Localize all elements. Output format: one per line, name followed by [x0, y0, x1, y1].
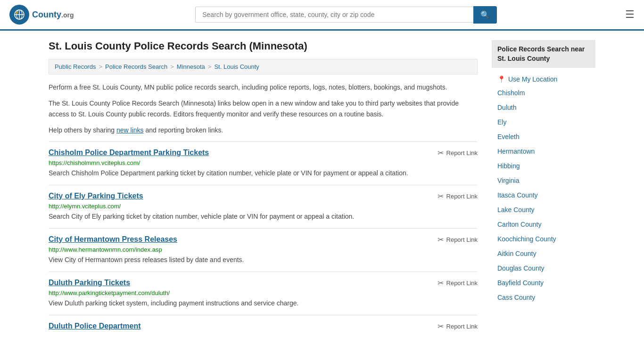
result-header-1: City of Ely Parking Tickets ✂ Report Lin…	[49, 192, 478, 201]
breadcrumb: Public Records > Police Records Search >…	[49, 59, 478, 74]
scissors-icon-2: ✂	[438, 235, 444, 244]
sidebar: Police Records Search near St. Louis Cou…	[492, 40, 595, 339]
result-header-2: City of Hermantown Press Releases ✂ Repo…	[49, 235, 478, 244]
svg-point-5	[16, 12, 18, 14]
sidebar-link-ely[interactable]: Ely	[492, 115, 595, 130]
breadcrumb-police-records[interactable]: Police Records Search	[105, 63, 167, 70]
result-url-3: http://www.parkingticketpayment.com/dulu…	[49, 289, 478, 296]
result-title-1[interactable]: City of Ely Parking Tickets	[49, 192, 438, 200]
report-link-3[interactable]: ✂ Report Link	[438, 279, 478, 288]
sidebar-link-eveleth[interactable]: Eveleth	[492, 130, 595, 144]
result-entry: Duluth Police Department ✂ Report Link	[49, 315, 478, 339]
sidebar-link-hermantown[interactable]: Hermantown	[492, 144, 595, 159]
sidebar-link-aitkin-county[interactable]: Aitkin County	[492, 247, 595, 261]
sidebar-link-virginia[interactable]: Virginia	[492, 173, 595, 188]
report-link-4[interactable]: ✂ Report Link	[438, 322, 478, 331]
description-1: Perform a free St. Louis County, MN publ…	[49, 82, 478, 92]
sidebar-link-itasca-county[interactable]: Itasca County	[492, 188, 595, 203]
result-header-4: Duluth Police Department ✂ Report Link	[49, 322, 478, 331]
result-url-1: http://elymn.vciteplus.com/	[49, 203, 478, 210]
site-header: County.org 🔍 ☰	[0, 0, 644, 31]
description-2: The St. Louis County Police Records Sear…	[49, 98, 478, 119]
result-entry: City of Hermantown Press Releases ✂ Repo…	[49, 228, 478, 272]
search-button[interactable]: 🔍	[473, 6, 497, 24]
result-desc-3: View Duluth parking ticket system, inclu…	[49, 298, 478, 308]
sidebar-link-bayfield-county[interactable]: Bayfield County	[492, 276, 595, 290]
search-bar: 🔍	[195, 6, 497, 24]
description-3: Help others by sharing new links and rep…	[49, 125, 478, 135]
result-desc-0: Search Chisholm Police Department parkin…	[49, 168, 478, 178]
sidebar-link-cass-county[interactable]: Cass County	[492, 290, 595, 305]
result-title-2[interactable]: City of Hermantown Press Releases	[49, 235, 438, 244]
scissors-icon-0: ✂	[438, 148, 444, 157]
breadcrumb-sep-3: >	[208, 63, 212, 70]
logo: County.org	[9, 5, 74, 25]
result-desc-1: Search City of Ely parking ticket by cit…	[49, 212, 478, 222]
sidebar-link-koochiching-county[interactable]: Koochiching County	[492, 232, 595, 247]
result-url-2: http://www.hermantownmn.com/index.asp	[49, 246, 478, 253]
breadcrumb-minnesota[interactable]: Minnesota	[177, 63, 205, 70]
result-title-0[interactable]: Chisholm Police Department Parking Ticke…	[49, 148, 438, 157]
result-header-3: Duluth Parking Tickets ✂ Report Link	[49, 279, 478, 288]
sidebar-link-lake-county[interactable]: Lake County	[492, 203, 595, 217]
sidebar-link-douglas-county[interactable]: Douglas County	[492, 261, 595, 276]
sidebar-link-duluth[interactable]: Duluth	[492, 100, 595, 115]
logo-text: County.org	[32, 10, 74, 20]
content-area: St. Louis County Police Records Search (…	[49, 40, 478, 339]
scissors-icon-4: ✂	[438, 322, 444, 331]
result-url-0: https://chisholmmn.vciteplus.com/	[49, 159, 478, 166]
report-link-1[interactable]: ✂ Report Link	[438, 192, 478, 201]
sidebar-link-carlton-county[interactable]: Carlton County	[492, 217, 595, 232]
main-container: St. Louis County Police Records Search (…	[39, 31, 605, 349]
breadcrumb-public-records[interactable]: Public Records	[55, 63, 96, 70]
page-title: St. Louis County Police Records Search (…	[49, 40, 478, 52]
result-title-3[interactable]: Duluth Parking Tickets	[49, 279, 438, 287]
report-link-0[interactable]: ✂ Report Link	[438, 148, 478, 157]
result-entry: Duluth Parking Tickets ✂ Report Link htt…	[49, 272, 478, 315]
result-entry: City of Ely Parking Tickets ✂ Report Lin…	[49, 185, 478, 228]
sidebar-link-chisholm[interactable]: Chisholm	[492, 86, 595, 100]
result-header-0: Chisholm Police Department Parking Ticke…	[49, 148, 478, 157]
results-list: Chisholm Police Department Parking Ticke…	[49, 141, 478, 339]
location-icon: 📍	[497, 75, 505, 83]
use-my-location-link[interactable]: 📍 Use My Location	[492, 73, 595, 86]
report-link-2[interactable]: ✂ Report Link	[438, 235, 478, 244]
scissors-icon-1: ✂	[438, 192, 444, 201]
sidebar-link-hibbing[interactable]: Hibbing	[492, 159, 595, 173]
result-desc-2: View City of Hermantown press releases l…	[49, 255, 478, 265]
logo-icon	[9, 5, 29, 25]
sidebar-title: Police Records Search near St. Louis Cou…	[492, 40, 595, 68]
search-input[interactable]	[195, 7, 473, 23]
new-links-link[interactable]: new links	[116, 126, 144, 134]
result-entry: Chisholm Police Department Parking Ticke…	[49, 141, 478, 185]
breadcrumb-stlouis-county[interactable]: St. Louis County	[214, 63, 259, 70]
breadcrumb-sep-1: >	[99, 63, 102, 70]
scissors-icon-3: ✂	[438, 279, 444, 288]
sidebar-links-list: ChisholmDuluthElyEvelethHermantownHibbin…	[492, 86, 595, 305]
menu-button[interactable]: ☰	[625, 8, 635, 21]
breadcrumb-sep-2: >	[170, 63, 174, 70]
result-title-4[interactable]: Duluth Police Department	[49, 322, 438, 330]
